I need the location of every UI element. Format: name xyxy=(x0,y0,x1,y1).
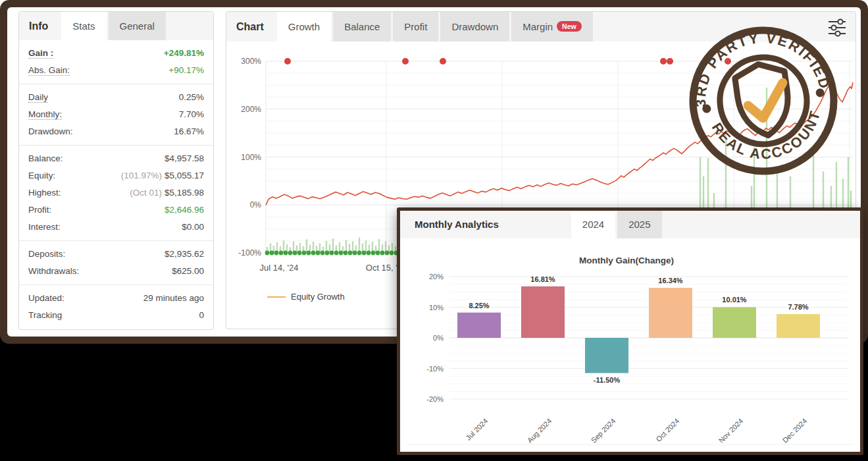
stat-row-equity: Equity:(101.97%)$5,055.17 xyxy=(19,167,213,184)
stat-value-abs-gain: +90.17% xyxy=(168,62,204,79)
stat-value-balance: $4,957.58 xyxy=(165,150,204,167)
checkmark-icon xyxy=(746,83,787,120)
stat-value-profit: $2,646.96 xyxy=(165,202,204,219)
verified-stamp-shield-check-icon: 3RD PARTY VERIFIED REAL ACCCOUNT xyxy=(684,22,842,180)
stat-row-monthly: Monthly:7.70% xyxy=(19,106,213,123)
monthly-y-tick: 10% xyxy=(429,304,444,312)
monthly-chart-title: Monthly Gain(Change) xyxy=(579,256,674,265)
stat-label-drawdown: Drawdown: xyxy=(28,123,73,140)
stat-label-balance: Balance: xyxy=(28,150,63,167)
stat-group: Balance:$4,957.58Equity:(101.97%)$5,055.… xyxy=(19,146,213,241)
equity-y-tick: 300% xyxy=(241,57,261,66)
stat-group: Daily0.25%Monthly:7.70%Drawdown:16.67% xyxy=(19,84,213,146)
monthly-y-tick: 20% xyxy=(429,273,444,281)
monthly-y-tick: 0% xyxy=(433,334,444,342)
red-event-dot[interactable] xyxy=(402,58,409,65)
stat-label-daily[interactable]: Daily xyxy=(28,89,48,106)
bar-value-label: 7.78% xyxy=(788,303,808,311)
stat-label-monthly[interactable]: Monthly: xyxy=(28,106,62,123)
stat-row-tracking: Tracking0 xyxy=(19,307,213,324)
bar-value-label: 16.34% xyxy=(658,277,683,285)
monthly-x-tick: Jul 2024 xyxy=(465,417,490,442)
stat-row-withdrawals: Withdrawals:$625.00 xyxy=(19,263,213,280)
svg-text:Equity Growth: Equity Growth xyxy=(291,292,345,302)
stat-value-gain: +249.81% xyxy=(164,45,204,62)
monthly-panel-title: Monthly Analytics xyxy=(400,211,571,238)
stat-value-deposits: $2,935.62 xyxy=(165,246,204,263)
equity-y-tick: 100% xyxy=(241,153,261,162)
tab-profit[interactable]: Profit xyxy=(393,12,438,41)
stat-group: Updated:29 minutes agoTracking0 xyxy=(19,285,213,329)
stat-value-withdrawals: $625.00 xyxy=(172,263,204,280)
stat-value-prefix: (Oct 01) xyxy=(130,188,162,198)
stat-value-tracking: 0 xyxy=(199,307,204,324)
stat-row-balance: Balance:$4,957.58 xyxy=(19,150,213,167)
stat-label-gain[interactable]: Gain : xyxy=(28,45,53,62)
bar-sep-2024[interactable] xyxy=(585,338,628,373)
red-event-dot[interactable] xyxy=(667,58,673,65)
stat-label-deposits: Deposits: xyxy=(28,246,65,263)
info-panel-title: Info xyxy=(19,12,61,40)
stat-label-abs-gain[interactable]: Abs. Gain: xyxy=(28,62,70,79)
monthly-panel-tabbar: Monthly Analytics 20242025 xyxy=(400,211,860,238)
stats-panel: Info StatsGeneral Gain :+249.81%Abs. Gai… xyxy=(18,11,214,330)
tab-margin[interactable]: MarginNew xyxy=(511,12,592,41)
stat-row-highest: Highest:(Oct 01)$5,185.98 xyxy=(19,184,213,202)
tab-stats[interactable]: Stats xyxy=(61,12,106,40)
stat-label-tracking: Tracking xyxy=(28,307,62,324)
stat-value-drawdown: 16.67% xyxy=(174,123,204,140)
stat-value-prefix: (101.97%) xyxy=(121,171,162,180)
stat-label-profit: Profit: xyxy=(28,202,51,219)
stat-value-daily: 0.25% xyxy=(179,89,204,106)
bar-dec-2024[interactable] xyxy=(777,314,820,338)
tab-2025[interactable]: 2025 xyxy=(617,211,661,238)
monthly-gain-chart[interactable]: Monthly Gain(Change)20%10%0%-10%-20%8.25… xyxy=(400,238,860,452)
tab-balance[interactable]: Balance xyxy=(333,12,391,41)
equity-legend[interactable]: Equity Growth xyxy=(267,292,345,302)
equity-x-tick: Jul 14, '24 xyxy=(260,263,299,273)
stat-value-interest: $0.00 xyxy=(182,219,204,236)
stat-row-gain: Gain :+249.81% xyxy=(19,45,213,62)
new-badge: New xyxy=(557,21,582,32)
stat-label-interest: Interest: xyxy=(28,219,61,236)
bar-oct-2024[interactable] xyxy=(649,288,692,338)
chart-panel-title: Chart xyxy=(226,12,277,41)
bar-aug-2024[interactable] xyxy=(521,286,565,338)
tab-drawdown[interactable]: Drawdown xyxy=(440,12,509,41)
bar-value-label: 8.25% xyxy=(469,302,489,310)
bar-nov-2024[interactable] xyxy=(713,307,756,338)
monthly-y-tick: -20% xyxy=(426,395,444,403)
tab-2024[interactable]: 2024 xyxy=(571,211,615,238)
red-event-dot[interactable] xyxy=(440,58,446,65)
stats-panel-tabbar: Info StatsGeneral xyxy=(19,12,213,40)
bar-value-label: -11.50% xyxy=(594,376,621,384)
monthly-x-tick: Nov 2024 xyxy=(717,417,745,445)
monthly-x-tick: Aug 2024 xyxy=(526,417,553,445)
stats-rows: Gain :+249.81%Abs. Gain:+90.17%Daily0.25… xyxy=(19,40,213,329)
stat-row-profit: Profit:$2,646.96 xyxy=(19,202,213,219)
monthly-x-tick: Dec 2024 xyxy=(781,417,809,445)
shield-icon xyxy=(734,61,793,139)
red-event-dot[interactable] xyxy=(284,58,291,65)
stat-group: Deposits:$2,935.62Withdrawals:$625.00 xyxy=(19,241,213,285)
stat-label-highest: Highest: xyxy=(28,184,61,202)
red-event-dot[interactable] xyxy=(660,58,667,65)
chart-tabs: GrowthBalanceProfitDrawdownMarginNew xyxy=(277,12,595,41)
monthly-x-tick: Oct 2024 xyxy=(654,417,680,443)
stat-row-abs-gain: Abs. Gain:+90.17% xyxy=(19,62,213,79)
stat-value-updated: 29 minutes ago xyxy=(143,290,204,307)
stat-value-equity: (101.97%)$5,055.17 xyxy=(121,167,204,184)
monthly-analytics-panel: Monthly Analytics 20242025 Monthly Gain(… xyxy=(397,207,863,455)
stat-value-highest: (Oct 01)$5,185.98 xyxy=(130,184,204,202)
tab-general[interactable]: General xyxy=(109,12,166,40)
bar-jul-2024[interactable] xyxy=(457,313,501,338)
equity-y-tick: 0% xyxy=(250,200,262,209)
myfxbook-widget-screen: Info StatsGeneral Gain :+249.81%Abs. Gai… xyxy=(0,0,868,461)
bar-value-label: 16.81% xyxy=(530,275,555,283)
equity-y-tick: 200% xyxy=(241,105,261,114)
stat-row-daily: Daily0.25% xyxy=(19,89,213,106)
tab-growth[interactable]: Growth xyxy=(277,12,331,41)
monthly-tabs: 20242025 xyxy=(571,211,664,238)
monthly-x-tick: Sep 2024 xyxy=(590,417,617,445)
stat-label-equity: Equity: xyxy=(28,167,55,184)
